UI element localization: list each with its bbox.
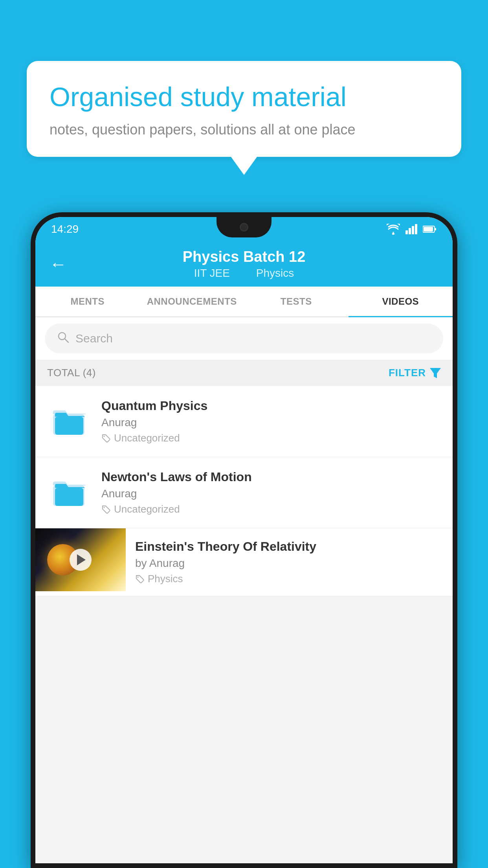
- status-icons: [387, 224, 437, 235]
- video-tag-2: Uncategorized: [101, 503, 441, 515]
- tab-tests[interactable]: TESTS: [244, 287, 349, 316]
- tag-icon: [101, 434, 111, 443]
- svg-rect-4: [415, 224, 417, 234]
- svg-rect-1: [405, 230, 408, 234]
- video-tag-3: Physics: [135, 573, 443, 585]
- list-item[interactable]: Quantum Physics Anurag Uncategorized: [35, 386, 453, 457]
- phone-notch: [216, 217, 272, 237]
- bubble-subtitle: notes, question papers, solutions all at…: [50, 121, 438, 138]
- search-bar-container: Search: [35, 317, 453, 360]
- tab-bar: MENTS ANNOUNCEMENTS TESTS VIDEOS: [35, 287, 453, 317]
- video-info-1: Quantum Physics Anurag Uncategorized: [101, 399, 441, 444]
- tag-icon: [101, 505, 111, 514]
- tag-icon: [135, 574, 145, 584]
- svg-point-0: [392, 233, 394, 235]
- tab-ments[interactable]: MENTS: [35, 287, 140, 316]
- svg-point-13: [104, 436, 105, 437]
- video-title-1: Quantum Physics: [101, 399, 441, 413]
- header-subtitle-physics: Physics: [256, 267, 294, 279]
- play-triangle-icon: [77, 554, 86, 565]
- phone-screen: 14:29: [35, 217, 453, 863]
- svg-rect-2: [409, 228, 411, 234]
- header-subtitle: IIT JEE Physics: [189, 267, 300, 280]
- battery-icon: [423, 225, 437, 233]
- list-item[interactable]: Einstein's Theory Of Relativity by Anura…: [35, 528, 453, 596]
- video-tag-1: Uncategorized: [101, 432, 441, 444]
- svg-point-16: [104, 507, 105, 508]
- video-author-3: by Anurag: [135, 557, 443, 570]
- video-title-2: Newton's Laws of Motion: [101, 470, 441, 484]
- svg-rect-15: [55, 488, 83, 506]
- svg-rect-6: [435, 228, 436, 230]
- video-title-3: Einstein's Theory Of Relativity: [135, 539, 443, 554]
- video-tag-text-1: Uncategorized: [114, 432, 180, 444]
- front-camera: [240, 223, 248, 232]
- folder-icon: [51, 474, 86, 509]
- folder-thumb-1: [47, 399, 90, 442]
- list-item[interactable]: Newton's Laws of Motion Anurag Uncategor…: [35, 457, 453, 528]
- svg-marker-10: [430, 368, 441, 378]
- video-info-2: Newton's Laws of Motion Anurag Uncategor…: [101, 470, 441, 515]
- search-input[interactable]: Search: [45, 324, 443, 353]
- total-count: TOTAL (4): [47, 367, 96, 379]
- filter-button[interactable]: FILTER: [389, 367, 441, 379]
- header-subtitle-iitjee: IIT JEE: [194, 267, 230, 279]
- svg-rect-12: [55, 417, 83, 435]
- video-list: Quantum Physics Anurag Uncategorized: [35, 386, 453, 596]
- tab-videos[interactable]: VIDEOS: [349, 287, 453, 316]
- play-button[interactable]: [70, 549, 92, 571]
- svg-rect-7: [424, 227, 433, 232]
- folder-icon: [51, 403, 86, 438]
- header-title: Physics Batch 12: [183, 248, 306, 265]
- video-info-3: Einstein's Theory Of Relativity by Anura…: [126, 528, 453, 596]
- tab-announcements[interactable]: ANNOUNCEMENTS: [140, 287, 244, 316]
- folder-thumb-2: [47, 470, 90, 513]
- filter-bar: TOTAL (4) FILTER: [35, 360, 453, 386]
- bubble-title: Organised study material: [50, 81, 438, 112]
- svg-rect-3: [412, 226, 414, 234]
- status-time: 14:29: [51, 223, 79, 235]
- video-tag-text-2: Uncategorized: [114, 503, 180, 515]
- video-thumbnail-3: [35, 528, 126, 591]
- search-icon: [57, 331, 69, 346]
- filter-icon: [430, 368, 441, 378]
- back-button[interactable]: ←: [50, 254, 67, 274]
- svg-line-9: [65, 339, 68, 342]
- signal-icon: [405, 224, 417, 234]
- speech-bubble: Organised study material notes, question…: [27, 61, 461, 157]
- svg-point-17: [138, 576, 139, 577]
- phone-frame: 14:29: [31, 212, 457, 868]
- video-tag-text-3: Physics: [148, 573, 183, 585]
- search-placeholder-text: Search: [75, 332, 113, 345]
- video-author-1: Anurag: [101, 416, 441, 429]
- wifi-icon: [387, 224, 400, 235]
- app-header: ← Physics Batch 12 IIT JEE Physics: [35, 241, 453, 287]
- video-author-2: Anurag: [101, 487, 441, 500]
